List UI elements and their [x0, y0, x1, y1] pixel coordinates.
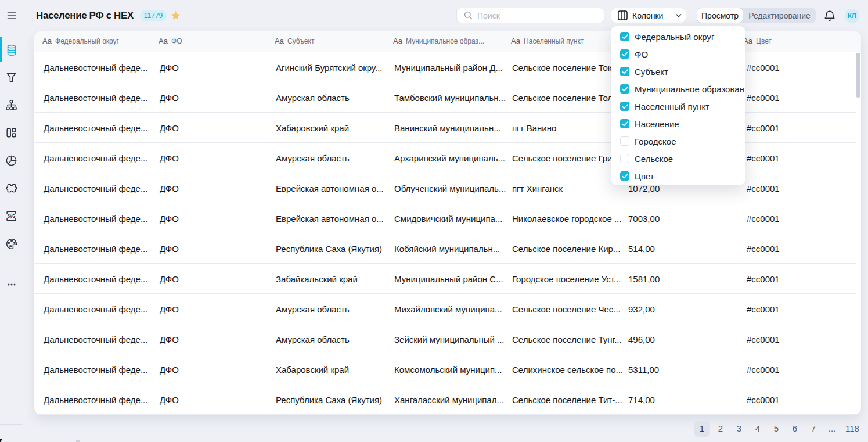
svg-text:SVG: SVG	[8, 213, 16, 219]
